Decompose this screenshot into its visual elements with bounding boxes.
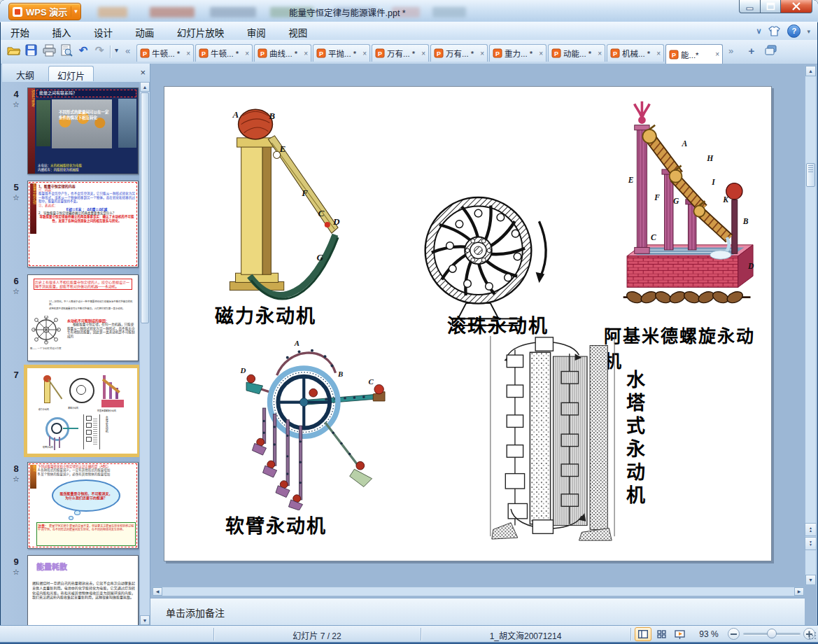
open-button[interactable]	[6, 44, 22, 59]
tab-close-icon[interactable]: ×	[715, 50, 719, 58]
tab-close-icon[interactable]: ×	[245, 50, 249, 57]
slide-thumbnail-9[interactable]: 能量耗散 燃料燃烧时一旦把自己的热量释放出去，它就不会再次自动聚集起来供人类重新…	[27, 555, 139, 625]
figure-magnet-machine[interactable]: A B E F C D G	[199, 102, 350, 305]
scrollbar-thumb[interactable]	[806, 163, 815, 187]
normal-view-button[interactable]	[635, 627, 651, 641]
vertical-scrollbar[interactable]: ▲ ▼	[805, 65, 817, 586]
menu-view[interactable]: 视图	[278, 22, 317, 40]
slide-thumbnail-5[interactable]: 能量守恒定律 1、能量守恒定律的内容 ①、内容： 能量既不会凭空产生，也不会凭空…	[27, 181, 139, 267]
caption-archimedes[interactable]: 阿基米德螺旋永动机	[604, 322, 771, 372]
scroll-left-icon[interactable]: ◀	[153, 587, 162, 596]
close-button[interactable]	[781, 0, 812, 13]
doc-tab[interactable]: P 平抛... *×	[313, 44, 370, 62]
slideshow-button[interactable]	[671, 627, 688, 641]
tab-close-icon[interactable]: ×	[362, 50, 367, 57]
print-button[interactable]	[41, 44, 57, 59]
toolbar: ↶ ↷ ▾ « P 牛顿... *× P 牛顿... *× P 曲线... *×…	[1, 40, 817, 64]
wps-presentation-window: WPS 演示 ▾ 能量守恒定律与能源课件.ppt * 开始 插入 设计 动画 幻…	[0, 0, 818, 644]
slide-panel: 大纲 幻灯片 × 4 ☆ 讨论与思考 能量之间有联系吗？ 不同形式的能量间可以在…	[2, 64, 150, 625]
tab-close-icon[interactable]: ×	[598, 50, 602, 57]
caption-magnet[interactable]: 磁力永动机	[215, 301, 316, 328]
doc-tab-active[interactable]: P 能...*×	[665, 44, 723, 64]
slide-thumbnail-7-current[interactable]: 磁力永动机 滚珠永动机 阿基米德螺旋永动机 软臂永动机	[27, 368, 137, 454]
help-dropdown-icon[interactable]: ▾	[807, 28, 810, 35]
doc-tab[interactable]: P 重力... *×	[489, 44, 546, 62]
scroll-down-icon[interactable]: ▼	[805, 575, 816, 585]
minimize-button[interactable]	[739, 0, 761, 13]
help-icon[interactable]: ?	[787, 24, 801, 38]
scroll-right-icon[interactable]: ▶	[794, 587, 804, 596]
tab-close-icon[interactable]: ×	[539, 50, 543, 57]
horizontal-scrollbar[interactable]: ◀ ▶	[152, 587, 805, 596]
figure-softarm-machine[interactable]: A B C D	[224, 339, 400, 510]
slide-number: 7	[8, 370, 24, 380]
mini-tower-machine	[83, 414, 100, 449]
doc-tab[interactable]: P 牛顿... *×	[136, 44, 194, 62]
statusbar: 幻灯片 7 / 22 1_胡文海20071214 93 %	[0, 625, 818, 643]
doc-tab[interactable]: P 万有... *×	[430, 44, 488, 62]
figure-ball-wheel-machine[interactable]	[416, 186, 560, 326]
notes-area[interactable]: 单击添加备注	[150, 598, 805, 626]
wps-logo-icon	[13, 7, 22, 17]
menu-start[interactable]: 开始	[1, 22, 39, 40]
slide-thumbnail-6[interactable]: 历史上有很多人不相信能量守恒定律的人，挖空心思想设计一种不消耗能量，却能不断对外…	[27, 274, 139, 361]
next-slide-button[interactable]: ▼▼	[805, 537, 817, 550]
save-button[interactable]	[24, 44, 39, 59]
maximize-button[interactable]	[761, 0, 781, 13]
doc-tab[interactable]: P 曲线... *×	[254, 44, 311, 62]
tab-scroll-right-icon[interactable]: »	[728, 46, 733, 56]
caption-softarm[interactable]: 软臂永动机	[225, 511, 327, 538]
zoom-slider-handle[interactable]	[767, 629, 777, 638]
collapse-ribbon-icon[interactable]: ∨	[756, 27, 761, 36]
menu-insert[interactable]: 插入	[42, 22, 80, 40]
doc-tab[interactable]: P 动能... *×	[548, 44, 605, 62]
figure-archimedes-machine[interactable]: A H E F G I K B C D	[616, 95, 759, 318]
menu-design[interactable]: 设计	[84, 22, 122, 40]
resize-grip[interactable]	[808, 631, 817, 640]
svg-text:P: P	[495, 50, 500, 57]
ppt-file-icon: P	[199, 48, 209, 58]
doc-tab[interactable]: P 牛顿... *×	[195, 44, 253, 62]
new-document-button[interactable]: +	[744, 45, 759, 60]
menu-review[interactable]: 审阅	[237, 22, 276, 40]
toolbar-options-icon[interactable]: ▾	[115, 46, 118, 54]
current-slide[interactable]: A B E F C D G 磁力永动机	[164, 86, 772, 561]
zoom-level: 93 %	[694, 629, 724, 639]
caption-water-tower[interactable]: 水塔式永动机	[621, 370, 648, 524]
thumbnail-list: 4 ☆ 讨论与思考 能量之间有联系吗？ 不同形式的能量间可以在一定条件的情况下相…	[2, 82, 150, 625]
doc-tab[interactable]: P 机械... *×	[607, 44, 664, 62]
panel-close-icon[interactable]: ×	[140, 67, 146, 78]
skin-shirt-icon[interactable]	[768, 25, 781, 37]
tab-slides[interactable]: 幻灯片	[48, 66, 94, 81]
undo-button[interactable]: ↶	[76, 44, 91, 59]
switch-windows-button[interactable]	[763, 44, 779, 59]
tab-scroll-left-icon[interactable]: «	[125, 46, 130, 56]
scroll-down-icon[interactable]: ▼	[140, 615, 150, 625]
scroll-up-icon[interactable]: ▲	[805, 66, 816, 76]
figure-water-tower-machine[interactable]	[488, 333, 617, 542]
slide-canvas[interactable]: A B E F C D G 磁力永动机	[150, 64, 805, 586]
menu-animation[interactable]: 动画	[125, 22, 164, 40]
slide-thumbnail-4[interactable]: 讨论与思考 能量之间有联系吗？ 不同形式的能量间可以在一定条件的情况下相互转化 …	[27, 88, 139, 174]
tab-close-icon[interactable]: ×	[480, 50, 484, 57]
slide-number: 4	[8, 89, 24, 99]
tab-close-icon[interactable]: ×	[186, 50, 190, 57]
wps-app-button[interactable]: WPS 演示 ▾	[8, 3, 81, 20]
menu-slideshow[interactable]: 幻灯片放映	[167, 22, 234, 40]
scrollbar-thumb[interactable]	[141, 92, 149, 323]
tab-outline[interactable]: 大纲	[8, 66, 43, 81]
thumbnail-scrollbar[interactable]: ▲ ▼	[139, 82, 150, 625]
print-preview-button[interactable]	[59, 44, 74, 59]
doc-tab[interactable]: P 万有... *×	[372, 44, 429, 62]
tab-close-icon[interactable]: ×	[421, 50, 425, 57]
tab-close-icon[interactable]: ×	[656, 50, 661, 57]
scroll-up-icon[interactable]: ▲	[140, 82, 150, 92]
redo-button[interactable]: ↷	[92, 44, 107, 59]
app-button-dropdown-icon[interactable]: ▾	[71, 6, 78, 17]
previous-slide-button[interactable]: ▲▲	[805, 523, 817, 536]
slide-thumbnail-8[interactable]: 练习 下列对能量转化和守恒定律的认识正确的是（ABC） A.各种形式的能量减少，…	[27, 462, 139, 549]
svg-text:P: P	[613, 50, 617, 57]
slide-sorter-button[interactable]	[653, 627, 670, 641]
zoom-out-button[interactable]	[728, 628, 740, 640]
tab-close-icon[interactable]: ×	[304, 50, 308, 57]
